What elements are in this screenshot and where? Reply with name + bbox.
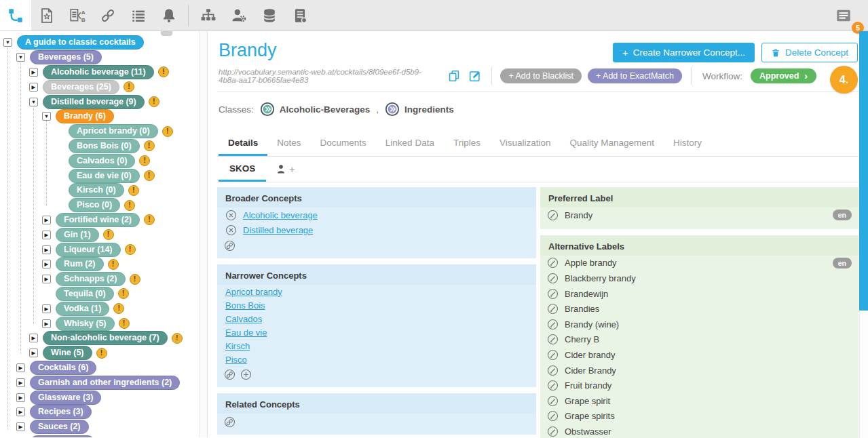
warning-icon[interactable]: ! [103, 229, 114, 240]
tree-item[interactable]: ▼A guide to classic cocktails [0, 35, 199, 50]
tree-item[interactable]: ▶Alcoholic beverage (11)! [0, 65, 199, 80]
tree-item[interactable]: ▶Fortified wine (2)! [0, 213, 199, 228]
concept-pill[interactable]: Apricot brandy (0) [69, 124, 158, 138]
warning-icon[interactable]: ! [149, 96, 159, 107]
remove-relation-icon[interactable] [225, 210, 237, 221]
collapse-icon[interactable]: ▼ [29, 98, 38, 106]
tree-item[interactable]: ▶Schnapps (2)! [0, 272, 199, 287]
concept-pill[interactable]: Gin (1) [56, 228, 99, 242]
tab-history[interactable]: History [664, 131, 711, 156]
concept-pill[interactable]: Liqueur (14) [56, 243, 121, 257]
tree-item[interactable]: ▶Garnish and other ingredients (2) [0, 375, 199, 390]
warning-icon[interactable]: ! [124, 81, 134, 92]
concept-pill[interactable]: Kirsch (0) [69, 183, 124, 197]
delete-concept-button[interactable]: Delete Concept [761, 43, 858, 62]
expand-icon[interactable]: ▶ [42, 260, 51, 268]
tree-item[interactable]: Tequila (0)! [0, 287, 199, 302]
tree-item[interactable]: ▼Distilled beverage (9)! [0, 94, 199, 109]
warning-icon[interactable]: ! [130, 274, 140, 285]
concept-pill[interactable]: Recipes (3) [30, 405, 92, 419]
tree-item[interactable]: ▶Rum (2)! [0, 257, 199, 272]
concept-link[interactable]: Apricot brandy [225, 287, 282, 297]
warning-icon[interactable]: ! [124, 200, 135, 211]
remove-relation-icon[interactable] [225, 224, 237, 236]
warning-icon[interactable]: ! [118, 288, 129, 299]
link-concept-icon[interactable] [224, 369, 235, 380]
edit-uri-icon[interactable] [468, 68, 483, 83]
link-concept-icon[interactable] [224, 240, 235, 252]
concept-pill[interactable]: Calvados (0) [69, 154, 135, 168]
tree-item[interactable]: ▶Cocktails (6) [0, 361, 199, 376]
expand-icon[interactable]: ▶ [16, 378, 25, 387]
tree-item[interactable]: ▶Liqueur (14)! [0, 242, 199, 257]
user-settings-icon[interactable] [223, 0, 254, 31]
concept-pill[interactable]: Bons Bois (0) [69, 139, 140, 153]
edit-label-icon[interactable] [547, 426, 559, 437]
warning-icon[interactable]: ! [113, 303, 124, 314]
expand-icon[interactable]: ▶ [42, 245, 51, 254]
warning-icon[interactable]: ! [125, 244, 136, 255]
tab-details[interactable]: Details [219, 131, 267, 156]
bell-icon[interactable] [153, 0, 184, 31]
concept-pill[interactable]: Vodka (1) [56, 302, 109, 316]
tree-item[interactable]: ▶Sauces (2) [0, 420, 199, 435]
sidebar-scrollbar[interactable] [199, 31, 207, 437]
concept-pill[interactable]: Whisky (5) [56, 317, 115, 331]
concept-pill[interactable]: Tequila (0) [56, 287, 114, 301]
tree-item[interactable]: ▶Recipes (3) [0, 405, 199, 420]
tab-linked-data[interactable]: Linked Data [376, 131, 444, 156]
warning-icon[interactable]: ! [119, 318, 130, 329]
hierarchy-icon[interactable] [193, 0, 223, 31]
tree-item[interactable]: ▼Beverages (5) [0, 50, 199, 65]
concept-pill-selected[interactable]: Brandy (6) [56, 109, 114, 123]
expand-icon[interactable]: ▶ [29, 83, 38, 92]
edit-label-icon[interactable] [547, 273, 559, 284]
edit-label-icon[interactable] [547, 380, 559, 391]
concept-pill[interactable]: Beverages (5) [30, 50, 102, 64]
add-concept-icon[interactable] [240, 369, 252, 380]
edit-label-icon[interactable] [547, 303, 559, 315]
concept-pill[interactable]: Rum (2) [56, 257, 104, 271]
add-to-blacklist-button[interactable]: + Add to Blacklist [500, 68, 582, 83]
concept-link[interactable]: Eau de vie [225, 327, 267, 338]
expand-icon[interactable]: ▶ [29, 334, 38, 342]
expand-icon[interactable]: ▶ [42, 231, 51, 239]
warning-icon[interactable]: ! [139, 155, 150, 166]
concept-link[interactable]: Bons Bois [225, 300, 265, 311]
tree-item[interactable]: Apricot brandy (0)! [0, 124, 199, 139]
tab-skos[interactable]: SKOS [219, 157, 266, 182]
edit-label-icon[interactable] [547, 395, 559, 407]
create-narrower-concept-button[interactable]: + Create Narrower Concept... [613, 43, 755, 62]
document-ab-icon[interactable]: AB [62, 0, 92, 31]
warning-icon[interactable]: ! [108, 259, 119, 270]
warning-icon[interactable]: ! [162, 126, 173, 137]
edit-label-icon[interactable] [547, 334, 559, 345]
app-logo[interactable] [0, 0, 31, 31]
concept-link[interactable]: Distilled beverage [243, 225, 313, 235]
concept-link[interactable]: Pisco [225, 355, 247, 365]
concept-pill[interactable]: Glassware (3) [30, 391, 101, 405]
edit-label-icon[interactable] [547, 410, 559, 422]
concept-link[interactable]: Calvados [225, 314, 262, 324]
concept-pill[interactable]: Fortified wine (2) [56, 213, 140, 227]
server-icon[interactable] [284, 0, 315, 31]
tree-item[interactable]: ▶Vodka (1)! [0, 301, 199, 316]
expand-icon[interactable]: ▶ [42, 275, 51, 283]
tree-item[interactable]: ▼Brandy (6) [0, 109, 199, 124]
main-scrollbar-thumb[interactable] [859, 31, 868, 311]
expand-icon[interactable]: ▶ [29, 68, 38, 77]
tree-item[interactable]: ▶Non-alcoholic beverage (7)! [0, 331, 199, 346]
concept-pill[interactable]: Sauces (2) [30, 420, 89, 434]
concept-pill[interactable]: A guide to classic cocktails [17, 35, 144, 49]
database-icon[interactable] [254, 0, 284, 31]
edit-label-icon[interactable] [547, 210, 559, 221]
tree-item[interactable]: ▶Gin (1)! [0, 227, 199, 242]
concept-pill[interactable]: Non-alcoholic beverage (7) [43, 331, 168, 345]
tab-visualization[interactable]: Visualization [490, 131, 561, 156]
edit-label-icon[interactable] [547, 365, 559, 376]
expand-icon[interactable]: ▶ [16, 393, 25, 402]
tree-item[interactable]: ▶Beverages (25)! [0, 79, 199, 94]
tree-item[interactable]: Calvados (0)! [0, 153, 199, 168]
expand-icon[interactable]: ▶ [16, 363, 25, 372]
warning-icon[interactable]: ! [144, 170, 155, 181]
